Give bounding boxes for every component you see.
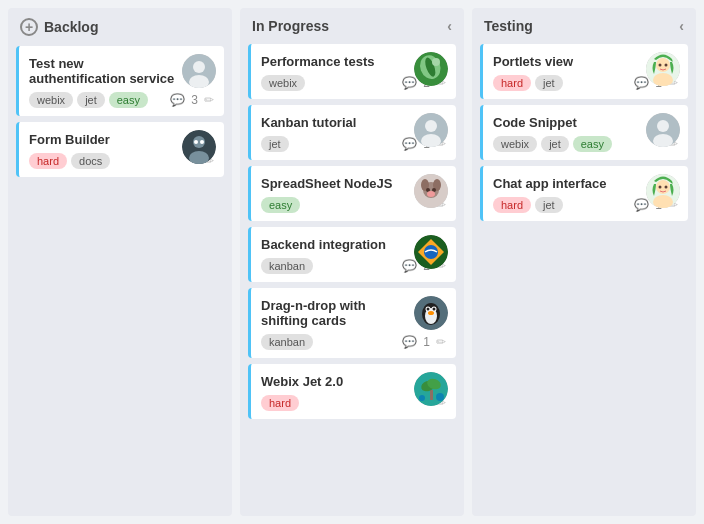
tag: jet — [535, 75, 563, 91]
svg-point-21 — [427, 191, 435, 197]
comment-count: 1 — [423, 335, 430, 349]
edit-icon[interactable]: ✏ — [204, 93, 214, 107]
svg-rect-34 — [430, 390, 433, 400]
comment-icon: 💬 — [402, 335, 417, 349]
card-tags: webixjeteasy — [29, 92, 148, 108]
card-tags: kanban — [261, 258, 313, 274]
card-tags: hard — [261, 395, 299, 411]
comment-icon: 💬 — [402, 76, 417, 90]
card-footer: kanban💬1✏ — [261, 334, 446, 350]
avatar — [646, 174, 680, 208]
tag: easy — [573, 136, 612, 152]
comment-icon: 💬 — [634, 198, 649, 212]
comment-icon: 💬 — [170, 93, 185, 107]
column-title: In Progress — [252, 18, 329, 34]
column-title: Testing — [484, 18, 533, 34]
tag: docs — [71, 153, 110, 169]
svg-point-44 — [665, 64, 668, 67]
card-tags: kanban — [261, 334, 313, 350]
column-header-backlog: +Backlog — [8, 8, 232, 46]
avatar — [646, 52, 680, 86]
card[interactable]: Drag-n-drop with shifting cardskanban💬1✏ — [248, 288, 456, 358]
svg-point-31 — [433, 308, 436, 311]
cards-list: Portlets viewhardjet💬1✏ Code Snippetwebi… — [472, 44, 696, 229]
tag: jet — [541, 136, 569, 152]
svg-point-11 — [432, 58, 440, 66]
svg-point-32 — [428, 311, 434, 315]
card-meta: 💬1✏ — [402, 335, 446, 349]
svg-point-30 — [427, 308, 430, 311]
collapse-icon[interactable]: ‹ — [679, 18, 684, 34]
svg-point-6 — [194, 140, 198, 144]
tag: hard — [493, 197, 531, 213]
card[interactable]: Performance testswebix💬2✏ — [248, 44, 456, 99]
card-meta: 💬3✏ — [170, 93, 214, 107]
card-tags: easy — [261, 197, 300, 213]
comment-icon: 💬 — [402, 137, 417, 151]
avatar — [646, 113, 680, 147]
column-testing: Testing‹ Portlets viewhardjet💬1✏ Code Sn… — [472, 8, 696, 516]
tag: easy — [109, 92, 148, 108]
svg-point-52 — [665, 186, 668, 189]
avatar — [414, 174, 448, 208]
avatar — [414, 372, 448, 406]
tag: jet — [535, 197, 563, 213]
avatar — [414, 52, 448, 86]
card[interactable]: Backend integrationkanban💬2✏ — [248, 227, 456, 282]
tag: hard — [493, 75, 531, 91]
card[interactable]: Chat app interfacehardjet💬1✏ — [480, 166, 688, 221]
card-tags: webix — [261, 75, 305, 91]
card-footer: webixjeteasy💬3✏ — [29, 92, 214, 108]
svg-point-7 — [200, 140, 204, 144]
column-inprogress: In Progress‹ Performance testswebix💬2✏ K… — [240, 8, 464, 516]
comment-icon: 💬 — [402, 259, 417, 273]
card-tags: hardjet — [493, 197, 563, 213]
card-tags: hardjet — [493, 75, 563, 91]
svg-point-13 — [425, 120, 437, 132]
card[interactable]: Test new authentification servicewebixje… — [16, 46, 224, 116]
cards-list: Performance testswebix💬2✏ Kanban tutoria… — [240, 44, 464, 427]
card[interactable]: Code Snippetwebixjeteasy✏ — [480, 105, 688, 160]
tag: webix — [261, 75, 305, 91]
avatar — [414, 296, 448, 330]
column-header-testing: Testing‹ — [472, 8, 696, 44]
cards-list: Test new authentification servicewebixje… — [8, 46, 232, 185]
column-title: Backlog — [44, 19, 98, 35]
comment-icon: 💬 — [634, 76, 649, 90]
column-backlog: +Backlog Test new authentification servi… — [8, 8, 232, 516]
card-tags: webixjeteasy — [493, 136, 612, 152]
card[interactable]: Portlets viewhardjet💬1✏ — [480, 44, 688, 99]
svg-point-51 — [659, 186, 662, 189]
svg-point-1 — [193, 61, 205, 73]
tag: webix — [29, 92, 73, 108]
tag: kanban — [261, 258, 313, 274]
avatar — [414, 235, 448, 269]
tag: webix — [493, 136, 537, 152]
edit-icon[interactable]: ✏ — [436, 335, 446, 349]
avatar — [414, 113, 448, 147]
add-card-icon[interactable]: + — [20, 18, 38, 36]
tag: hard — [261, 395, 299, 411]
tag: easy — [261, 197, 300, 213]
collapse-icon[interactable]: ‹ — [447, 18, 452, 34]
card[interactable]: Webix Jet 2.0hard✏ — [248, 364, 456, 419]
avatar — [182, 130, 216, 164]
kanban-board: +Backlog Test new authentification servi… — [0, 0, 704, 524]
card-tags: harddocs — [29, 153, 110, 169]
tag: hard — [29, 153, 67, 169]
svg-point-46 — [657, 120, 669, 132]
column-header-inprogress: In Progress‹ — [240, 8, 464, 44]
comment-count: 3 — [191, 93, 198, 107]
avatar — [182, 54, 216, 88]
tag: kanban — [261, 334, 313, 350]
card[interactable]: Form Builderharddocs✏ — [16, 122, 224, 177]
svg-point-38 — [419, 395, 425, 401]
card[interactable]: Kanban tutorialjet💬1✏ — [248, 105, 456, 160]
card[interactable]: SpreadSheet NodeJSeasy✏ — [248, 166, 456, 221]
svg-point-43 — [659, 64, 662, 67]
card-tags: jet — [261, 136, 289, 152]
tag: jet — [261, 136, 289, 152]
tag: jet — [77, 92, 105, 108]
svg-point-39 — [436, 393, 444, 401]
